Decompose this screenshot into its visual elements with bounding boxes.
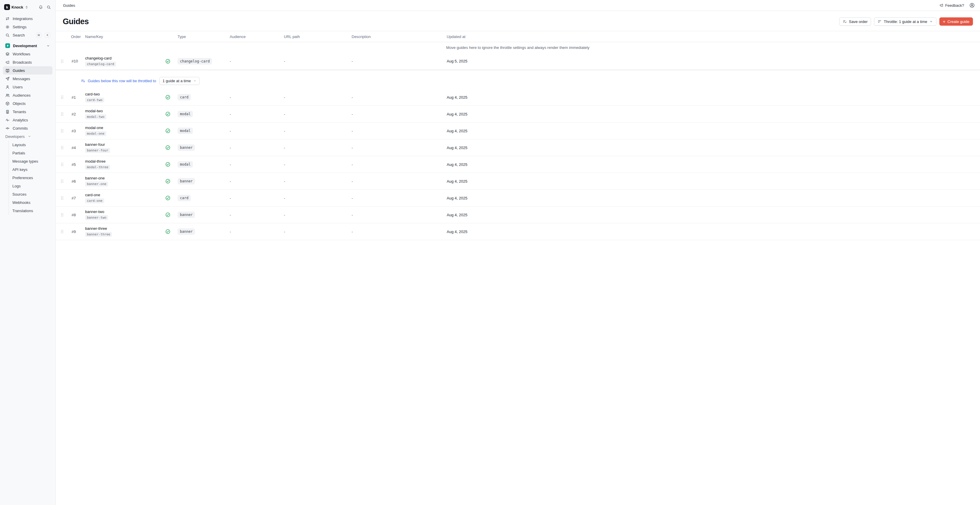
row-description: - — [345, 196, 440, 200]
sidebar-item-audiences[interactable]: Audiences — [3, 91, 52, 99]
pulse-icon — [5, 118, 10, 122]
drag-dots-icon — [60, 129, 65, 133]
sidebar-section-developers[interactable]: Developers — [3, 132, 52, 140]
sidebar-sub-item[interactable]: Message types — [9, 157, 52, 165]
row-description: - — [345, 129, 440, 133]
drag-handle[interactable] — [56, 129, 68, 133]
sidebar-search-button[interactable] — [45, 4, 52, 10]
sidebar-item-broadcasts[interactable]: Broadcasts — [3, 58, 52, 66]
sidebar-sub-item[interactable]: API keys — [9, 165, 52, 174]
guide-name: changelog-card — [85, 56, 164, 61]
guide-name: banner-four — [85, 142, 164, 147]
drag-handle[interactable] — [56, 179, 68, 183]
sidebar-item-analytics[interactable]: Analytics — [3, 116, 52, 124]
table-row[interactable]: #7 card-one card-one card - - - Aug 4, 2… — [56, 190, 490, 207]
breadcrumb: Guides — [63, 3, 75, 8]
sidebar-item-settings[interactable]: Settings — [3, 23, 52, 31]
chevron-down-icon — [28, 135, 31, 138]
check-circle-icon — [165, 128, 170, 134]
guide-key: modal-three — [85, 165, 110, 170]
environment-switcher[interactable]: Development — [3, 41, 52, 50]
row-name-key: changelog-card changelog-card — [85, 56, 164, 67]
gear-icon — [5, 25, 10, 29]
book-icon — [5, 69, 10, 73]
drag-handle[interactable] — [56, 95, 68, 100]
drag-dots-icon — [60, 162, 65, 167]
row-description: - — [345, 162, 440, 167]
developers-sub-list: Layouts Partials Message types API keys … — [8, 140, 52, 215]
check-circle-icon — [165, 95, 170, 100]
sidebar-item-integrations[interactable]: Integrations — [3, 14, 52, 23]
sidebar-sub-item[interactable]: Webhooks — [9, 198, 52, 207]
row-type: modal — [178, 161, 228, 168]
sidebar-item-users[interactable]: Users — [3, 83, 52, 91]
row-updated-at: Aug 5, 2025 — [440, 59, 490, 63]
row-name-key: modal-one modal-one — [85, 126, 164, 136]
sidebar-sub-item[interactable]: Preferences — [9, 174, 52, 182]
sidebar-sub-item[interactable]: Partials — [9, 149, 52, 157]
sort-descending-icon — [81, 79, 85, 83]
col-description: Description — [345, 35, 440, 39]
chevron-down-icon — [193, 79, 196, 83]
row-status — [164, 195, 178, 201]
workspace-switcher[interactable]: k Knock — [3, 3, 52, 11]
row-audience: - — [228, 129, 280, 133]
sidebar-sub-item[interactable]: Layouts — [9, 140, 52, 149]
guide-name: banner-three — [85, 226, 164, 231]
table-row[interactable]: #10 changelog-card changelog-card change… — [56, 53, 490, 70]
sidebar-item-workflows[interactable]: Workflows — [3, 50, 52, 58]
notifications-button[interactable] — [37, 4, 44, 10]
drag-dots-icon — [60, 229, 65, 234]
table-row[interactable]: #9 banner-three banner-three banner - - … — [56, 223, 490, 240]
users-icon — [5, 93, 10, 97]
check-circle-icon — [165, 229, 170, 234]
row-updated-at: Aug 4, 2025 — [440, 112, 490, 116]
row-url-path: - — [280, 59, 345, 63]
table-row[interactable]: #2 modal-two modal-two modal - - - Aug 4… — [56, 106, 490, 123]
table-row[interactable]: #6 banner-one banner-one banner - - - Au… — [56, 173, 490, 190]
shortcut-k-key: K — [45, 33, 50, 38]
sidebar-sub-item[interactable]: Sources — [9, 190, 52, 198]
row-name-key: modal-three modal-three — [85, 159, 164, 170]
table-row[interactable]: #5 modal-three modal-three modal - - - A… — [56, 156, 490, 173]
row-name-key: banner-one banner-one — [85, 176, 164, 186]
row-type: banner — [178, 228, 228, 235]
search-icon — [46, 5, 51, 10]
drag-handle[interactable] — [56, 112, 68, 116]
table-row[interactable]: #3 modal-one modal-one modal - - - Aug 4… — [56, 123, 490, 139]
check-circle-icon — [165, 195, 170, 201]
integrations-icon — [5, 16, 10, 21]
megaphone-icon — [5, 60, 10, 65]
throttle-divider-link[interactable]: Guides below this row will be throttled … — [88, 79, 156, 83]
sidebar-item-tenants[interactable]: Tenants — [3, 108, 52, 116]
sidebar-item-search[interactable]: Search ⌘ K — [3, 31, 52, 39]
drag-handle[interactable] — [56, 229, 68, 234]
drag-handle[interactable] — [56, 145, 68, 150]
table-row[interactable]: #8 banner-two banner-two banner - - - Au… — [56, 207, 490, 223]
guide-name: card-one — [85, 193, 164, 197]
sidebar-item-guides[interactable]: Guides — [3, 66, 52, 75]
row-description: - — [345, 112, 440, 116]
sidebar-sub-item[interactable]: Logs — [9, 182, 52, 190]
row-order: #1 — [68, 95, 85, 100]
row-order: #10 — [68, 59, 85, 63]
row-status — [164, 162, 178, 167]
drag-handle[interactable] — [56, 59, 68, 64]
drag-handle[interactable] — [56, 212, 68, 217]
guide-key: modal-two — [85, 114, 106, 119]
throttle-row-dropdown[interactable]: 1 guide at a time — [159, 77, 200, 85]
bell-icon — [38, 5, 43, 10]
table-row[interactable]: #4 banner-four banner-four banner - - - … — [56, 139, 490, 156]
sidebar-item-commits[interactable]: Commits — [3, 124, 52, 132]
sidebar-item-messages[interactable]: Messages — [3, 75, 52, 83]
sidebar-sub-item[interactable]: Translations — [9, 207, 52, 215]
check-circle-icon — [165, 145, 170, 150]
sidebar-item-objects[interactable]: Objects — [3, 99, 52, 108]
row-order: #2 — [68, 112, 85, 116]
guide-name: modal-two — [85, 109, 164, 113]
guide-name: modal-three — [85, 159, 164, 164]
table-row[interactable]: #1 card-two card-two card - - - Aug 4, 2… — [56, 89, 490, 106]
drag-handle[interactable] — [56, 162, 68, 167]
layers-icon — [5, 52, 10, 56]
drag-handle[interactable] — [56, 196, 68, 200]
